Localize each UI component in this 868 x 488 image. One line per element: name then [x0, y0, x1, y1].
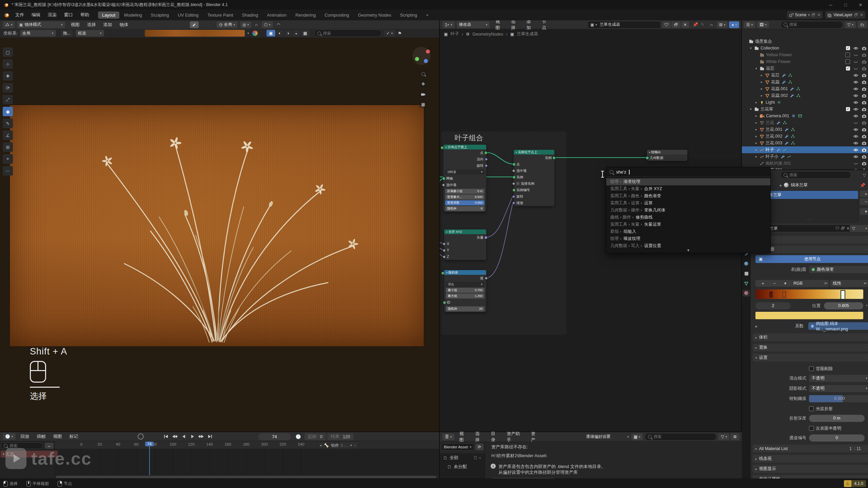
- hide-viewport-icon[interactable]: [853, 94, 859, 98]
- factor-image-link[interactable]: 捣练图.绢本W..._remacri.png: [808, 322, 868, 330]
- viewport-menu-物体[interactable]: 物体: [116, 22, 132, 28]
- library-dropdown[interactable]: Blender Asset▾: [441, 443, 474, 451]
- import-method-dropdown[interactable]: 遵循偏好设置▾: [584, 433, 631, 440]
- popup-item-6[interactable]: 实用工具 › 矢量 ›矢量运算: [606, 221, 770, 228]
- display-mode-icon[interactable]: ▦▾: [631, 433, 643, 440]
- navigation-gizmo[interactable]: [412, 47, 431, 65]
- timeline-menu-视图[interactable]: 视图: [50, 433, 66, 440]
- zoom-icon[interactable]: [419, 70, 427, 78]
- extrude-tool[interactable]: ⌖: [3, 154, 13, 164]
- refraction-depth-field[interactable]: 0 m: [809, 415, 865, 422]
- new-collection-icon[interactable]: 🗀: [858, 21, 867, 28]
- distance-min-field[interactable]: 距离最小值0 m: [445, 189, 485, 194]
- viewport-menu-视图[interactable]: 视图: [67, 22, 83, 28]
- displacement-panel[interactable]: ▸置换⋯: [753, 344, 868, 351]
- workspace-tab-Rendering[interactable]: Rendering: [291, 12, 320, 19]
- random-min-field[interactable]: 最小值0.700: [446, 288, 485, 293]
- topbar-menu-编辑[interactable]: 编辑: [28, 12, 44, 18]
- workspace-tab-Texture Paint[interactable]: Texture Paint: [203, 12, 237, 19]
- editor-type-assets-button[interactable]: 🗄▾: [442, 433, 454, 440]
- outliner-row-花蕊.001[interactable]: ▸花蕊.001: [742, 85, 868, 92]
- outliner-row-叶子小[interactable]: ▸叶子小: [742, 153, 868, 160]
- hide-viewport-icon[interactable]: [853, 100, 859, 105]
- properties-tab-object-data[interactable]: [743, 280, 750, 287]
- all-material-list-panel[interactable]: ▸All Material List 1 : 11 ⋯: [753, 445, 868, 452]
- close-button[interactable]: ✕: [853, 2, 868, 7]
- workspace-tab-Scripting[interactable]: Scripting: [396, 12, 421, 19]
- popup-item-2[interactable]: 实用工具 › 颜色 ›颜色渐变: [606, 192, 770, 200]
- timeline-menu-标记[interactable]: 标记: [66, 433, 82, 440]
- node-distribute-points-on-faces[interactable]: ▾分布点于面上 点 法向 旋转 泊松盘▾ 网格 选中项 距离最小值0 m 密度最…: [443, 145, 486, 212]
- density-factor-field[interactable]: 密度系数0.950: [445, 200, 485, 205]
- disable-render-icon[interactable]: [862, 121, 867, 125]
- workspace-add-tab[interactable]: +: [422, 12, 433, 19]
- filter-funnel-icon[interactable]: ▽▾: [845, 21, 856, 28]
- workspace-tab-Shading[interactable]: Shading: [238, 12, 262, 19]
- tool-search-input[interactable]: 搜索: [314, 29, 381, 37]
- pin-icon[interactable]: 📌: [860, 183, 865, 188]
- auto-keying-button[interactable]: [138, 433, 144, 440]
- outliner-row-兰花草[interactable]: ▾兰花草✓: [742, 106, 868, 113]
- slot-remove-button[interactable]: −: [860, 198, 868, 205]
- select-mode-active-icon[interactable]: ▣: [267, 30, 275, 37]
- workspace-tab-Geometry Nodes[interactable]: Geometry Nodes: [354, 12, 395, 19]
- workspace-tab-Animation[interactable]: Animation: [263, 12, 291, 19]
- disable-render-icon[interactable]: [862, 148, 867, 152]
- playback-jump-start-button[interactable]: [162, 433, 170, 440]
- hide-viewport-icon[interactable]: [853, 148, 859, 152]
- outliner-row-Collection[interactable]: ▾Collection✓: [742, 45, 868, 52]
- material-slot-active[interactable]: 绢本兰草: [762, 191, 858, 199]
- camera-view-painting[interactable]: [10, 105, 424, 346]
- outliner[interactable]: ☰▾ 🖼▾ 搜索 ▽▾ 🗀 场景集合▾Collection✓Yellow Flo…: [741, 20, 868, 169]
- timeline-menu-回放[interactable]: 回放: [17, 433, 33, 440]
- blend-mode-dropdown[interactable]: 不透明▾: [809, 375, 868, 382]
- collection-checkbox[interactable]: ✓: [846, 46, 850, 50]
- surface-shader-dropdown[interactable]: 颜色渐变: [809, 266, 868, 273]
- disable-render-icon[interactable]: [862, 73, 867, 78]
- snap-target-icon[interactable]: ◎▾: [240, 21, 251, 28]
- maximize-button[interactable]: □: [838, 2, 853, 7]
- use-preview-range-icon[interactable]: 🕐: [296, 434, 301, 439]
- disable-render-icon[interactable]: [862, 46, 867, 50]
- outliner-row-White Flower[interactable]: White Flower: [742, 58, 868, 65]
- hide-viewport-icon[interactable]: [853, 134, 859, 139]
- topbar-menu-窗口[interactable]: 窗口: [60, 12, 77, 18]
- popup-item-5[interactable]: 曲线 › 操作 ›修剪曲线: [606, 214, 770, 221]
- properties-tab-material[interactable]: [743, 290, 750, 297]
- ramp-color-mode-dropdown[interactable]: RGB▾: [791, 280, 829, 287]
- line-art-panel[interactable]: ▸线条画⋯: [753, 455, 868, 463]
- editor-type-clock-button[interactable]: 🕐▾: [3, 433, 16, 440]
- hide-viewport-icon[interactable]: [853, 66, 859, 71]
- volume-panel[interactable]: ▸体积⋯: [753, 333, 868, 341]
- outliner-row-兰花.001[interactable]: ▸兰花.001: [742, 126, 868, 133]
- collection-checkbox[interactable]: ✓: [846, 107, 850, 111]
- disable-render-icon[interactable]: [862, 94, 867, 98]
- box-select-dropdown[interactable]: 框选▾: [76, 30, 104, 37]
- outliner-row-花芯[interactable]: ▾花芯✓: [742, 65, 868, 72]
- select-mode-3-icon[interactable]: ◑: [284, 30, 292, 37]
- measure-tool[interactable]: ∠: [3, 130, 13, 140]
- popup-more-indicator[interactable]: ▼: [606, 248, 770, 252]
- disable-render-icon[interactable]: [862, 155, 867, 159]
- playback-jump-end-button[interactable]: [206, 433, 214, 440]
- collection-checkbox[interactable]: [845, 59, 850, 64]
- frame-end-field[interactable]: 结束120: [327, 433, 354, 440]
- outliner-row-Yellow Flower[interactable]: Yellow Flower: [742, 52, 868, 58]
- playback-play-button[interactable]: [189, 433, 197, 440]
- node-instance-on-points[interactable]: ▾实例化于点上 实例 点 选中项 实例 选择实例 实例编号 旋转 缩放: [514, 150, 554, 206]
- playback-prev-keyframe-button[interactable]: [171, 433, 179, 440]
- transform-tool[interactable]: ◉: [3, 107, 13, 116]
- annotate-tool[interactable]: ✎: [3, 119, 13, 128]
- hide-viewport-icon[interactable]: [853, 114, 859, 118]
- outliner-row-花芯[interactable]: ▸花芯: [742, 72, 868, 79]
- check-dropdown[interactable]: ✓▾: [384, 30, 395, 37]
- texture-dropdown-caret[interactable]: ▾: [248, 32, 249, 35]
- falloff-icon[interactable]: ◠: [274, 21, 282, 28]
- node-add-search-popup[interactable]: she'z 纹理 ›渐变纹理实用工具 › 矢量 ›合并 XYZ实用工具 › 颜色…: [606, 167, 771, 253]
- ramp-color-swatch[interactable]: [755, 312, 863, 319]
- catalog-全部[interactable]: 🗋全部🗋＋: [440, 453, 485, 462]
- hide-viewport-icon[interactable]: [853, 53, 859, 57]
- outliner-row-Light[interactable]: ▸Light: [742, 99, 868, 106]
- select-box-tool[interactable]: ▢: [3, 47, 13, 57]
- disable-render-icon[interactable]: [862, 161, 867, 166]
